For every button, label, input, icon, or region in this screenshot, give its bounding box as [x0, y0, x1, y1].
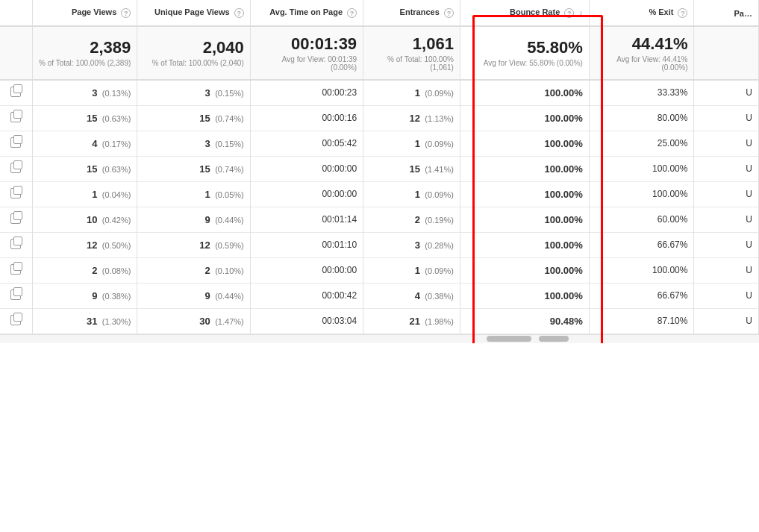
row-pv2-val: U	[746, 163, 752, 174]
row-entrances: 1 (0.09%)	[363, 80, 460, 106]
row-icon-cell	[0, 232, 32, 257]
row-exit-val: 100.00%	[652, 163, 687, 174]
row-avg-time: 00:01:14	[250, 207, 363, 232]
row-icon-cell	[0, 156, 32, 181]
copy-icon[interactable]	[10, 163, 21, 173]
row-exit-val: 66.67%	[658, 290, 688, 301]
entrances-help-icon[interactable]: ?	[444, 8, 454, 18]
row-pv-pct: (0.04%)	[100, 190, 131, 199]
row-pv-main: 12	[87, 240, 97, 251]
table-row: 3 (0.13%) 3 (0.15%) 00:00:23 1 (0.09%) 1…	[0, 80, 759, 106]
th-pct-exit: % Exit ?	[589, 0, 694, 26]
row-page-views: 12 (0.50%)	[32, 232, 137, 257]
analytics-table: Page Views ? Unique Page Views ? Avg. Ti…	[0, 0, 759, 334]
row-avg-val: 00:00:23	[322, 87, 357, 98]
row-avg-val: 00:00:16	[322, 113, 357, 123]
row-page-views: 9 (0.38%)	[32, 283, 137, 308]
bounce-rate-scrollbar-thumb[interactable]	[487, 336, 531, 342]
row-pct-exit: 60.00%	[589, 207, 694, 232]
row-upv-pct: (0.05%)	[213, 190, 244, 199]
row-pct-exit: 33.33%	[589, 80, 694, 106]
row-avg-time: 00:01:10	[250, 232, 363, 257]
copy-icon[interactable]	[10, 290, 21, 300]
row-bounce-rate: 90.48%	[460, 308, 589, 334]
row-upv-pct: (0.15%)	[213, 140, 244, 148]
bounce-rate-sort-icon[interactable]: ↓	[578, 8, 583, 17]
row-page-value: U	[694, 131, 759, 156]
exit-scrollbar-thumb[interactable]	[539, 336, 569, 342]
summary-unique-page-views: 2,040 % of Total: 100.00% (2,040)	[137, 26, 250, 80]
table-row: 15 (0.63%) 15 (0.74%) 00:00:00 15 (1.41%…	[0, 156, 759, 181]
table-row: 1 (0.04%) 1 (0.05%) 00:00:00 1 (0.09%) 1…	[0, 181, 759, 207]
unique-page-views-help-icon[interactable]: ?	[234, 8, 244, 18]
avg-time-help-icon[interactable]: ?	[347, 8, 357, 18]
copy-icon[interactable]	[10, 239, 21, 249]
row-pv-pct: (0.17%)	[100, 140, 131, 148]
row-pct-exit: 100.00%	[589, 156, 694, 181]
copy-icon[interactable]	[10, 188, 21, 198]
row-page-value: U	[694, 105, 759, 131]
row-pct-exit: 100.00%	[589, 257, 694, 283]
row-br-val: 100.00%	[545, 163, 583, 175]
row-pv2-val: U	[746, 316, 752, 326]
row-icon-cell	[0, 207, 32, 232]
row-ent-pct: (0.19%)	[422, 216, 454, 225]
row-unique-page-views: 9 (0.44%)	[137, 207, 250, 232]
row-ent-pct: (0.09%)	[422, 190, 454, 199]
copy-icon[interactable]	[10, 87, 21, 97]
row-pv2-val: U	[746, 265, 752, 275]
copy-icon[interactable]	[10, 264, 21, 275]
th-unique-page-views-label: Unique Page Views	[154, 7, 230, 16]
row-exit-val: 25.00%	[658, 138, 688, 148]
row-avg-time: 00:00:00	[250, 257, 363, 283]
row-pv2-val: U	[746, 138, 752, 148]
row-ent-pct: (0.38%)	[422, 292, 454, 301]
row-br-val: 100.00%	[545, 214, 583, 225]
summary-icon-cell	[0, 26, 32, 80]
th-page-value: Pa…	[694, 0, 759, 26]
row-pv-pct: (0.13%)	[100, 89, 131, 98]
scrollbar-area[interactable]	[0, 334, 759, 343]
summary-bounce-rate: 55.80% Avg for View: 55.80% (0.00%)	[460, 26, 589, 80]
th-bounce-rate: Bounce Rate ? ↓	[460, 0, 589, 26]
row-pv-main: 3	[92, 87, 97, 98]
row-icon-cell	[0, 257, 32, 283]
summary-ent-sub: % of Total: 100.00% (1,061)	[369, 55, 454, 72]
row-exit-val: 60.00%	[658, 214, 688, 225]
summary-pv-main: 2,389	[39, 38, 131, 57]
row-br-val: 100.00%	[545, 240, 583, 251]
th-page-value-label: Pa…	[734, 9, 752, 18]
row-page-views: 15 (0.63%)	[32, 156, 137, 181]
row-pv-pct: (0.63%)	[100, 114, 131, 123]
row-icon-cell	[0, 283, 32, 308]
row-bounce-rate: 100.00%	[460, 131, 589, 156]
row-ent-main: 15	[409, 163, 419, 175]
table-row: 2 (0.08%) 2 (0.10%) 00:00:00 1 (0.09%) 1…	[0, 257, 759, 283]
summary-upv-sub: % of Total: 100.00% (2,040)	[143, 59, 243, 67]
row-upv-pct: (0.59%)	[213, 241, 244, 250]
row-icon-cell	[0, 308, 32, 334]
row-ent-pct: (1.98%)	[422, 317, 454, 326]
row-avg-time: 00:00:16	[250, 105, 363, 131]
copy-icon[interactable]	[10, 315, 21, 325]
row-avg-val: 00:00:00	[322, 265, 357, 275]
th-entrances: Entrances ?	[363, 0, 460, 26]
bounce-rate-help-icon[interactable]: ?	[564, 8, 574, 18]
row-avg-time: 00:03:04	[250, 308, 363, 334]
summary-exit-main: 44.41%	[596, 34, 688, 54]
copy-icon[interactable]	[10, 112, 21, 122]
row-upv-pct: (0.74%)	[213, 114, 244, 123]
copy-icon[interactable]	[10, 137, 21, 148]
page-views-help-icon[interactable]: ?	[121, 8, 131, 18]
row-ent-pct: (0.09%)	[422, 89, 454, 98]
row-entrances: 2 (0.19%)	[363, 207, 460, 232]
row-upv-main: 15	[199, 163, 210, 175]
row-pv2-val: U	[746, 214, 752, 225]
row-pv-pct: (0.50%)	[100, 241, 131, 250]
pct-exit-help-icon[interactable]: ?	[678, 8, 687, 18]
row-entrances: 21 (1.98%)	[363, 308, 460, 334]
table-row: 9 (0.38%) 9 (0.44%) 00:00:42 4 (0.38%) 1…	[0, 283, 759, 308]
row-pv-pct: (1.30%)	[100, 317, 131, 326]
copy-icon[interactable]	[10, 213, 21, 224]
summary-br-main: 55.80%	[466, 38, 583, 57]
